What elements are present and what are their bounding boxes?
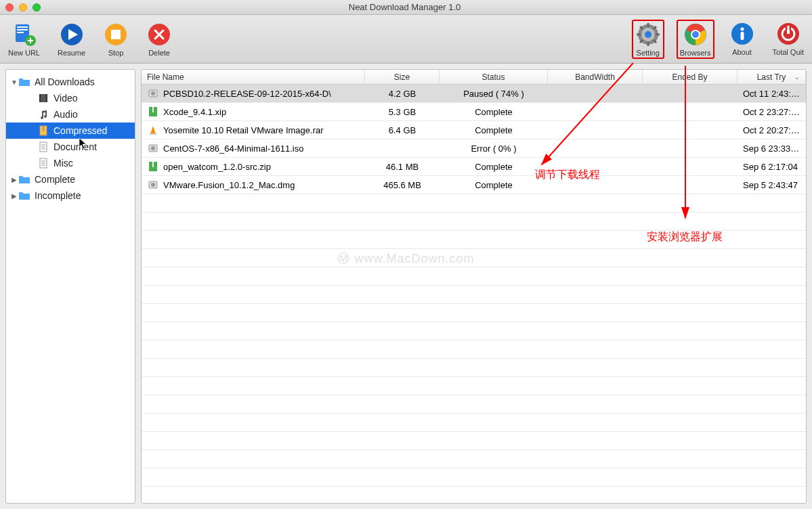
cell-lasttry: Sep 5 2:43:47 — [738, 180, 806, 190]
close-window-button[interactable] — [5, 3, 14, 12]
table-row[interactable]: Yosemite 10.10 Retail VMware Image.rar6.… — [142, 121, 806, 139]
table-row[interactable]: Xcode_9.4.1.xip5.3 GBCompleteOct 2 23:27… — [142, 103, 806, 121]
table-row-empty — [142, 267, 806, 286]
sidebar: ▼All DownloadsVideoAudioCompressedDocume… — [5, 69, 135, 504]
cursor-icon — [79, 137, 88, 150]
chrome-icon — [683, 22, 708, 47]
sidebar-item-label: Incomplete — [35, 190, 81, 201]
cell-filename: PCBSD10.2-RELEASE-09-12-2015-x64-D\ — [163, 89, 331, 99]
filetype-icon — [147, 124, 159, 136]
info-icon — [729, 21, 755, 47]
resume-button[interactable]: Resume — [55, 20, 88, 58]
window-title: Neat Download Manager 1.0 — [41, 2, 769, 12]
sidebar-item-label: Document — [54, 141, 97, 152]
col-size[interactable]: Size — [365, 70, 440, 84]
svg-point-58 — [151, 183, 155, 187]
browsers-label: Browsers — [680, 49, 711, 57]
stop-label: Stop — [108, 49, 124, 57]
table-row-empty — [142, 194, 806, 213]
svg-rect-38 — [43, 126, 44, 131]
new-url-button[interactable]: New URL — [5, 20, 43, 58]
col-status[interactable]: Status — [440, 70, 548, 84]
cell-filename: VMware.Fusion_10.1.2_Mac.dmg — [163, 180, 295, 190]
cell-filename: Yosemite 10.10 Retail VMware Image.rar — [163, 125, 324, 135]
svg-rect-36 — [46, 94, 47, 102]
svg-rect-2 — [17, 29, 28, 30]
sidebar-item-label: Misc — [54, 158, 73, 169]
sidebar-item-misc[interactable]: Misc — [6, 155, 135, 171]
col-bandwidth[interactable]: BandWidth — [548, 70, 643, 84]
table-row-empty — [142, 432, 806, 450]
about-button[interactable]: About — [727, 20, 758, 59]
svg-rect-10 — [111, 30, 121, 39]
downloads-table: File Name Size Status BandWidth Ended By… — [141, 69, 807, 504]
play-icon — [59, 22, 85, 47]
sidebar-item-label: Compressed — [54, 125, 107, 136]
table-row-empty — [142, 213, 806, 231]
filetype-icon — [147, 106, 159, 118]
table-row[interactable]: CentOS-7-x86_64-Minimal-1611.isoError ( … — [142, 139, 806, 158]
svg-rect-35 — [39, 94, 41, 102]
col-lasttry[interactable]: Last Try⌄ — [738, 70, 806, 84]
minimize-window-button[interactable] — [19, 3, 27, 12]
cell-status: Paused ( 74% ) — [440, 89, 548, 99]
svg-rect-1 — [17, 26, 28, 28]
chevron-down-icon: ⌄ — [794, 74, 800, 81]
svg-point-14 — [645, 31, 651, 38]
svg-rect-33 — [787, 26, 789, 32]
table-row-empty — [142, 322, 806, 340]
table-row-empty — [142, 286, 806, 304]
total-quit-label: Total Quit — [773, 48, 804, 56]
table-row[interactable]: PCBSD10.2-RELEASE-09-12-2015-x64-D\4.2 G… — [142, 85, 806, 103]
total-quit-button[interactable]: Total Quit — [770, 20, 807, 59]
disclosure-arrow-icon: ▶ — [10, 192, 18, 200]
table-body[interactable]: PCBSD10.2-RELEASE-09-12-2015-x64-D\4.2 G… — [142, 85, 806, 503]
table-row-empty — [142, 231, 806, 249]
cell-status: Error ( 0% ) — [440, 143, 548, 154]
table-row[interactable]: open_watcom_1.2.0-src.zip46.1 MBComplete… — [142, 158, 806, 176]
sidebar-item-complete[interactable]: ▶Complete — [6, 171, 135, 187]
toolbar: New URL Resume Stop Delete Setting — [0, 15, 812, 64]
table-header: File Name Size Status BandWidth Ended By… — [142, 70, 806, 85]
resume-label: Resume — [58, 49, 85, 57]
disclosure-arrow-icon: ▶ — [10, 176, 18, 183]
svg-marker-51 — [150, 126, 156, 134]
svg-rect-50 — [152, 107, 154, 112]
sidebar-item-audio[interactable]: Audio — [6, 106, 135, 123]
svg-rect-3 — [17, 32, 24, 33]
sidebar-item-incomplete[interactable]: ▶Incomplete — [6, 187, 135, 204]
svg-point-25 — [692, 31, 699, 38]
cell-size: 465.6 MB — [365, 180, 440, 190]
sidebar-item-label: Audio — [54, 109, 78, 120]
setting-button[interactable]: Setting — [632, 20, 664, 59]
cell-lasttry: Sep 6 2:17:04 — [738, 162, 806, 172]
svg-rect-52 — [150, 133, 156, 135]
table-row-empty — [142, 304, 806, 322]
col-filename[interactable]: File Name — [142, 70, 365, 84]
sidebar-item-compressed[interactable]: Compressed — [6, 123, 135, 139]
browsers-button[interactable]: Browsers — [677, 20, 714, 59]
cell-status: Complete — [440, 125, 548, 135]
table-row-empty — [142, 487, 806, 503]
sidebar-item-document[interactable]: Document — [6, 139, 135, 155]
sidebar-item-label: Video — [54, 93, 78, 104]
cell-status: Complete — [440, 162, 548, 172]
table-row-empty — [142, 340, 806, 359]
stop-button[interactable]: Stop — [100, 20, 131, 58]
col-endedby[interactable]: Ended By — [643, 70, 738, 84]
zoom-window-button[interactable] — [33, 3, 41, 12]
table-row[interactable]: VMware.Fusion_10.1.2_Mac.dmg465.6 MBComp… — [142, 176, 806, 194]
cell-lasttry: Oct 2 20:27:01 — [738, 125, 806, 135]
gear-icon — [635, 22, 661, 47]
sidebar-item-all-downloads[interactable]: ▼All Downloads — [6, 74, 135, 90]
svg-rect-28 — [740, 32, 744, 40]
traffic-lights — [5, 3, 41, 12]
cell-lasttry: Oct 11 2:43:52 — [738, 89, 806, 99]
delete-button[interactable]: Delete — [144, 20, 175, 58]
watermark: Ⓜ www.MacDown.com — [337, 250, 474, 267]
cell-filename: Xcode_9.4.1.xip — [163, 107, 226, 117]
sidebar-item-label: Complete — [35, 174, 75, 185]
filetype-icon — [147, 179, 159, 191]
svg-point-54 — [151, 146, 155, 150]
sidebar-item-video[interactable]: Video — [6, 90, 135, 106]
